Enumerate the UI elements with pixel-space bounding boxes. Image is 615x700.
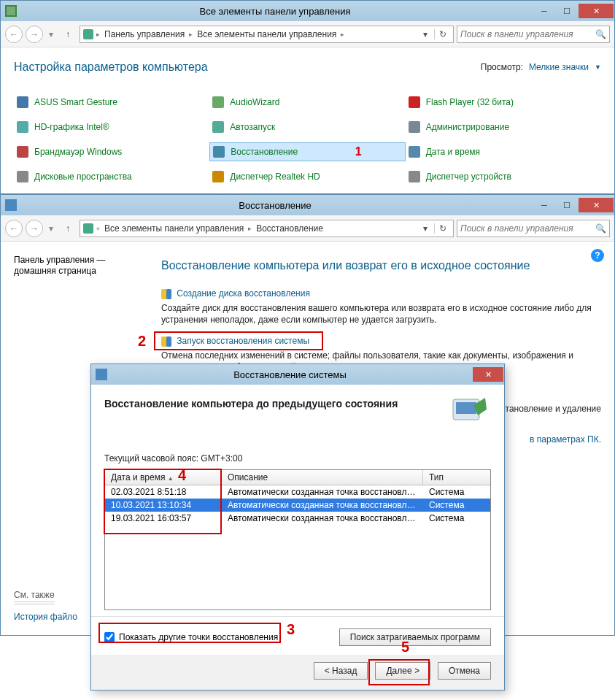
cp-item-realtek[interactable]: Диспетчер Realtek HD [209,167,405,186]
forward-button[interactable]: → [26,220,43,237]
titlebar[interactable]: Все элементы панели управления ─ ☐ ✕ [1,1,614,21]
chevron-right-icon[interactable]: ▸ [341,31,344,38]
clock-icon [409,146,420,158]
maximize-button[interactable]: ☐ [556,198,578,212]
svg-rect-6 [166,336,171,347]
maximize-button[interactable]: ☐ [556,4,578,18]
view-value[interactable]: Мелкие значки [529,62,589,72]
titlebar[interactable]: Восстановление ─ ☐ ✕ [1,195,614,215]
cp-item-label: Восстановление [231,147,298,157]
refresh-button[interactable]: ↻ [434,29,450,39]
table-row[interactable]: 19.03.2021 16:03:57 Автоматически создан… [105,512,490,525]
search-input[interactable] [460,223,595,234]
page-title: Восстановление компьютера или возврат ег… [161,259,601,272]
create-recovery-disk-link[interactable]: Создание диска восстановления [177,288,310,299]
svg-rect-1 [7,7,15,15]
cp-item-flash-player[interactable]: Flash Player (32 бита) [406,93,601,112]
shield-icon [161,336,171,347]
recovery-disk-description: Создайте диск для восстановления вашего … [161,302,601,326]
forward-button[interactable]: → [26,26,43,43]
cp-item-storage-spaces[interactable]: Дисковые пространства [14,167,209,186]
help-icon[interactable]: ? [591,249,604,262]
minimize-button[interactable]: ─ [533,198,555,212]
recovery-icon [213,146,225,158]
realtek-icon [212,171,224,182]
cp-item-label: ASUS Smart Gesture [34,97,117,107]
breadcrumb-item[interactable]: Все элементы панели управления [196,29,338,39]
cell-description: Автоматически созданная точка восстановл… [222,512,423,525]
view-selector[interactable]: Просмотр: Мелкие значки ▼ [481,62,601,72]
close-button[interactable]: ✕ [579,4,614,18]
annotation-marker: 1 [355,145,362,158]
chevron-right-icon[interactable]: ▸ [189,31,193,38]
close-button[interactable]: ✕ [579,198,614,212]
restore-points-table[interactable]: 4 Дата и время ▲ Описание Тип 02.03.2021… [104,469,491,610]
address-bar[interactable]: ▸ Панель управления ▸ Все элементы панел… [80,26,454,43]
cp-item-recovery[interactable]: Восстановление 1 [209,142,405,161]
refresh-button[interactable]: ↻ [434,223,450,234]
search-box[interactable]: 🔍 [457,26,610,43]
audio-icon [212,96,224,108]
cp-item-autorun[interactable]: Автозапуск [209,118,405,136]
titlebar[interactable]: Восстановление системы ✕ [91,364,504,385]
column-header-type[interactable]: Тип [423,470,490,485]
search-icon[interactable]: 🔍 [595,223,606,234]
window-title: Все элементы панели управления [17,6,533,17]
cp-item-audiowizard[interactable]: AudioWizard [209,93,405,112]
svg-rect-2 [5,199,17,211]
back-button[interactable]: ← [5,220,23,237]
search-box[interactable]: 🔍 [457,220,610,237]
table-row[interactable]: 02.03.2021 8:51:18 Автоматически созданн… [105,485,490,499]
nav-history-dropdown[interactable]: ▾ [46,220,56,237]
address-dropdown[interactable]: ▾ [419,223,431,234]
table-body[interactable]: 02.03.2021 8:51:18 Автоматически созданн… [105,485,490,609]
back-button[interactable]: ← [5,26,23,43]
flash-icon [409,96,420,108]
restore-icon [449,395,491,424]
checkbox-input[interactable] [104,632,115,636]
breadcrumb-item[interactable]: Восстановление [255,223,325,234]
up-button[interactable]: ↑ [59,220,77,237]
address-bar[interactable]: « Все элементы панели управления ▸ Восст… [80,220,454,237]
search-input[interactable] [460,29,595,39]
app-icon [96,369,107,380]
search-icon[interactable]: 🔍 [595,29,606,39]
cp-item-label: Автозапуск [230,122,275,132]
dialog-subtitle: Восстановление компьютера до предыдущего… [104,395,440,409]
cp-item-asus-smart-gesture[interactable]: ASUS Smart Gesture [14,93,209,112]
sidebar-home-link[interactable]: Панель управления — [14,255,154,265]
cp-item-device-manager[interactable]: Диспетчер устройств [406,167,601,186]
svg-rect-4 [166,289,171,299]
breadcrumb-item[interactable]: Панель управления [103,29,186,39]
cp-item-firewall[interactable]: Брандмауэр Windows [14,142,209,161]
system-restore-dialog: Восстановление системы ✕ Восстановление … [90,364,505,636]
cp-item-label: Брандмауэр Windows [34,147,122,157]
table-row[interactable]: 10.03.2021 13:10:34 Автоматически создан… [105,499,490,512]
cp-item-hd-graphics[interactable]: HD-графика Intel® [14,118,209,136]
scan-affected-programs-button[interactable]: Поиск затрагиваемых программ [339,628,491,636]
dialog-title: Восстановление системы [107,369,473,380]
show-more-restore-points-checkbox[interactable]: Показать другие точки восстановления [104,632,278,636]
cell-type: Система [423,485,490,499]
chevron-left-icon[interactable]: « [96,225,100,232]
nav-history-dropdown[interactable]: ▾ [46,26,56,43]
up-button[interactable]: ↑ [59,26,77,43]
start-system-restore-link[interactable]: Запуск восстановления системы [177,336,309,346]
table-header: Дата и время ▲ Описание Тип [105,470,490,485]
location-icon [83,223,93,234]
chevron-down-icon[interactable]: ▼ [595,64,601,71]
admin-icon [409,121,420,133]
column-header-description[interactable]: Описание [222,470,423,485]
pc-settings-link[interactable]: в параметрах ПК. [530,434,601,445]
minimize-button[interactable]: ─ [533,4,555,18]
column-header-date[interactable]: Дата и время ▲ [105,470,222,485]
sidebar-home-link[interactable]: домашняя страница [14,266,154,276]
cp-item-label: Дата и время [426,147,480,157]
address-dropdown[interactable]: ▾ [419,29,431,39]
breadcrumb-item[interactable]: Все элементы панели управления [103,223,245,234]
chevron-right-icon[interactable]: ▸ [248,225,252,232]
chevron-right-icon[interactable]: ▸ [96,31,100,38]
close-button[interactable]: ✕ [473,367,503,382]
cp-item-admin-tools[interactable]: Администрирование [406,118,601,136]
cp-item-date-time[interactable]: Дата и время [406,142,601,161]
